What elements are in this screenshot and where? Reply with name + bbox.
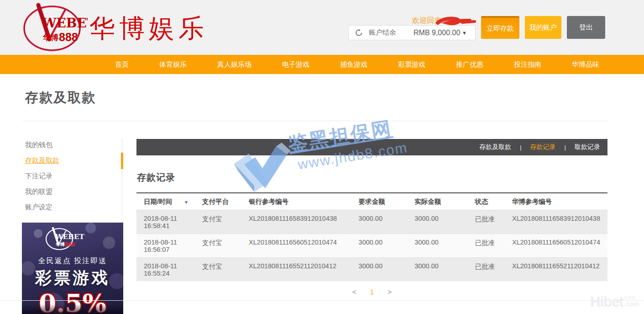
section-title: 存款记录 [137,171,607,184]
table-header-actual: 实际金额 [407,193,467,210]
balance-dropdown[interactable]: 账户结余 RMB 9,000.00 ▼ [348,25,476,40]
table-header-datetime[interactable]: 日期/时间▼ [136,193,195,210]
nav-item-lottery[interactable]: 彩票游戏 [398,60,425,69]
active-item-marker [121,153,123,169]
status-value: 已批准 [467,210,505,234]
tab-divider: | [565,144,566,151]
hibet-suffix: .com [624,300,639,308]
svg-text:华博: 华博 [42,33,58,42]
nav-item-slots[interactable]: 电子游戏 [282,60,309,69]
svg-text:WEBET: WEBET [42,16,88,31]
nav-item-sports[interactable]: 体育娱乐 [159,60,187,69]
tab-deposit-withdraw[interactable]: 存款及取款 [479,143,511,151]
nav-item-betting-guide[interactable]: 投注指南 [514,60,541,69]
main-content: 存款及取款 | 存款记录 | 取款记录 存款记录 日期/时间▼ 支付平台 银行参… [136,139,607,296]
logout-button[interactable]: 登出 [567,16,605,39]
webet-logo-icon: WEBET 华博 888 [19,3,88,52]
table-header-requested: 要求金额 [351,193,408,210]
logo-title: 华博娱乐 [89,11,208,46]
tab-withdraw-records[interactable]: 取款记录 [575,143,600,151]
table-row: 2018-08-11 16:58:41 支付宝 XL20180811165839… [136,210,607,234]
svg-text:WEBET: WEBET [55,233,84,241]
site-logo[interactable]: WEBET 华博 888 华博娱乐 [19,2,275,53]
table-row: 2018-08-11 16:55:24 支付宝 XL20180811165521… [136,258,607,282]
sidebar: 我的钱包 存款及取款 下注记录 我的联盟 账户设定 [23,138,122,216]
sidebar-item-account-settings[interactable]: 账户设定 [23,200,122,216]
table-header-platform: 支付平台 [195,193,241,210]
nav-item-home[interactable]: 首页 [115,60,129,69]
banner-title: 彩票游戏 [22,267,123,289]
pagination-prev[interactable]: < [352,288,356,296]
footer-divider [0,300,644,301]
table-header-status: 状态 [467,193,505,210]
my-account-button[interactable]: 我的账户 [525,16,561,39]
corner-watermark: Hibet 海博网 .com [590,294,639,310]
table-header-row: 日期/时间▼ 支付平台 银行参考编号 要求金额 实际金额 状态 华博参考编号 [136,193,607,210]
table-header-site-ref: 华博参考编号 [505,193,607,210]
tab-divider: | [520,144,521,151]
title-divider [23,121,609,121]
tab-deposit-records[interactable]: 存款记录 [530,143,556,151]
table-header-bank-ref: 银行参考编号 [241,193,351,210]
sidebar-item-affiliate[interactable]: 我的联盟 [23,185,122,200]
page: WEBET 华博 888 华博娱乐 欢迎回来 ! jx 账户结余 RMB 9,0… [0,0,644,314]
banner-tagline: 全民返点 投注即送 [22,256,123,266]
nav-item-fishing[interactable]: 捕鱼游戏 [340,60,367,69]
banner-webet-logo-icon: WEBET 华博 888 [22,227,123,253]
sort-desc-icon[interactable]: ▼ [184,200,188,205]
pagination-page-1[interactable]: 1 [370,288,374,296]
nav-item-brand[interactable]: 华博品味 [572,60,599,69]
main-nav: 首页 体育娱乐 真人娱乐场 电子游戏 捕鱼游戏 彩票游戏 推广优惠 投注指南 华… [0,55,644,74]
pagination-next[interactable]: > [387,288,392,296]
refresh-icon[interactable] [355,28,363,37]
balance-amount: RMB 9,000.00 [414,29,460,37]
status-value: 已批准 [467,234,505,258]
header: WEBET 华博 888 华博娱乐 欢迎回来 ! jx 账户结余 RMB 9,0… [0,0,644,55]
sidebar-item-wallet[interactable]: 我的钱包 [23,138,122,154]
sidebar-item-bet-records[interactable]: 下注记录 [23,169,122,185]
status-value: 已批准 [467,258,505,282]
nav-item-live-casino[interactable]: 真人娱乐场 [217,60,251,69]
svg-text:888: 888 [65,241,75,248]
svg-text:华博: 华博 [55,242,65,247]
hibet-badge: 海博网 [624,295,639,300]
sidebar-item-deposit-withdraw[interactable]: 存款及取款 [23,154,122,169]
deposit-now-button[interactable]: 立即存款 [481,16,519,39]
banner-bottom-shade [22,304,123,314]
records-tabbar: 存款及取款 | 存款记录 | 取款记录 [136,139,607,155]
pagination: < 1 > [136,288,607,296]
balance-label: 账户结余 [369,28,396,37]
table-row: 2018-08-11 16:56:07 支付宝 XL20180811165605… [136,234,607,258]
deposit-records-table: 日期/时间▼ 支付平台 银行参考编号 要求金额 实际金额 状态 华博参考编号 2… [136,192,607,281]
caret-down-icon[interactable]: ▼ [462,30,467,36]
svg-text:888: 888 [59,31,78,43]
page-title: 存款及取款 [25,89,96,107]
nav-item-promotions[interactable]: 推广优惠 [456,60,483,69]
hibet-brand: Hibet [590,294,623,310]
